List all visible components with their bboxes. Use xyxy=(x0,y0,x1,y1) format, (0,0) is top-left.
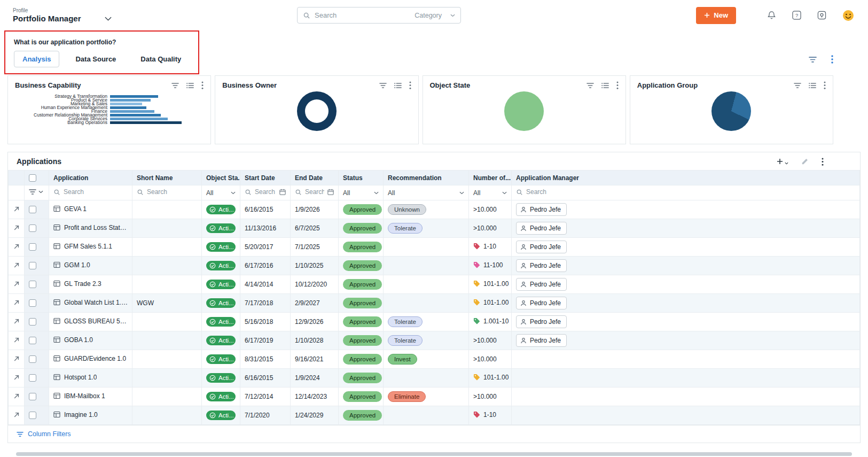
bar[interactable] xyxy=(110,99,151,102)
row-checkbox[interactable] xyxy=(29,224,36,232)
column-header-start-date[interactable]: Start Date xyxy=(240,171,291,185)
application-name[interactable]: GFM Sales 5.1.1 xyxy=(64,243,112,250)
help-icon[interactable]: ? xyxy=(792,11,801,20)
bar[interactable] xyxy=(110,106,146,109)
bar[interactable] xyxy=(110,114,161,117)
column-header-status[interactable]: Status xyxy=(339,171,384,185)
row-checkbox[interactable] xyxy=(29,318,36,326)
kebab-menu-icon[interactable] xyxy=(616,81,619,89)
application-manager-chip[interactable]: Pedro Jefe xyxy=(516,297,567,309)
scrollbar-thumb[interactable] xyxy=(16,452,852,456)
bar[interactable] xyxy=(110,118,168,120)
row-checkbox[interactable] xyxy=(29,206,36,213)
application-name[interactable]: Profit and Loss State... xyxy=(64,224,128,231)
column-header-application-manager[interactable]: Application Manager xyxy=(512,171,860,185)
application-manager-chip[interactable]: Pedro Jefe xyxy=(516,278,567,291)
select-all-checkbox[interactable] xyxy=(29,174,36,182)
open-fact-sheet-icon[interactable] xyxy=(13,318,20,324)
application-name[interactable]: Global Watch List 1.1... xyxy=(64,299,128,306)
open-fact-sheet-icon[interactable] xyxy=(13,337,20,343)
tab-data-quality[interactable]: Data Quality xyxy=(132,51,190,67)
row-checkbox[interactable] xyxy=(29,374,36,382)
filter-icon[interactable] xyxy=(809,56,817,63)
column-header-application[interactable]: Application xyxy=(49,171,132,185)
open-fact-sheet-icon[interactable] xyxy=(13,374,20,381)
column-select-filter[interactable]: All xyxy=(388,189,464,197)
list-view-icon[interactable] xyxy=(394,82,402,89)
column-search-input[interactable]: Search xyxy=(516,188,855,196)
application-manager-chip[interactable]: Pedro Jefe xyxy=(516,203,567,216)
application-manager-chip[interactable]: Pedro Jefe xyxy=(516,334,567,347)
row-checkbox[interactable] xyxy=(29,243,36,251)
open-fact-sheet-icon[interactable] xyxy=(13,224,20,231)
column-search-input[interactable]: Search xyxy=(53,188,128,196)
application-name[interactable]: GUARD/Evidence 1.0 xyxy=(64,355,126,362)
list-view-icon[interactable] xyxy=(186,82,194,89)
column-header-number-of[interactable]: Number of... xyxy=(469,171,512,185)
application-manager-chip[interactable]: Pedro Jefe xyxy=(516,241,567,253)
bar[interactable] xyxy=(110,95,158,98)
column-select-filter[interactable]: All xyxy=(473,189,507,197)
row-checkbox[interactable] xyxy=(29,393,36,400)
list-view-icon[interactable] xyxy=(601,82,609,89)
open-fact-sheet-icon[interactable] xyxy=(13,355,20,362)
kebab-menu-icon[interactable] xyxy=(201,81,204,89)
calendar-icon[interactable] xyxy=(279,189,286,195)
application-manager-chip[interactable]: Pedro Jefe xyxy=(516,222,567,235)
new-button[interactable]: New xyxy=(696,7,736,24)
row-checkbox[interactable] xyxy=(29,262,36,269)
filter-icon[interactable] xyxy=(587,82,594,89)
kebab-menu-icon[interactable] xyxy=(831,55,833,64)
row-checkbox[interactable] xyxy=(29,337,36,344)
application-name[interactable]: GOBA 1.0 xyxy=(64,336,93,344)
edit-icon[interactable] xyxy=(801,158,809,165)
bar[interactable] xyxy=(110,103,142,105)
profile-switcher[interactable]: Profile Portfolio Manager xyxy=(13,7,112,23)
application-name[interactable]: GGM 1.0 xyxy=(64,261,90,269)
bar[interactable] xyxy=(110,110,154,113)
application-name[interactable]: GL Trade 2.3 xyxy=(64,280,101,288)
horizontal-scrollbar[interactable] xyxy=(16,452,852,456)
list-view-icon[interactable] xyxy=(809,82,816,89)
tab-analysis[interactable]: Analysis xyxy=(14,51,59,67)
pie-chart[interactable] xyxy=(504,91,544,131)
column-date-filter[interactable]: Search xyxy=(245,188,286,196)
application-name[interactable]: IBM-Mailbox 1 xyxy=(64,392,105,400)
open-fact-sheet-icon[interactable] xyxy=(13,262,20,268)
column-search-input[interactable]: Search xyxy=(137,188,197,196)
open-fact-sheet-icon[interactable] xyxy=(13,206,20,212)
filter-icon[interactable] xyxy=(379,82,387,89)
user-avatar[interactable] xyxy=(842,10,854,21)
application-name[interactable]: GEVA 1 xyxy=(64,205,87,213)
apps-store-icon[interactable] xyxy=(817,11,826,20)
column-select-filter[interactable]: All xyxy=(343,189,379,197)
application-manager-chip[interactable]: Pedro Jefe xyxy=(516,259,567,272)
global-search[interactable]: Search Category xyxy=(297,7,461,24)
application-name[interactable]: Imagine 1.0 xyxy=(64,411,98,419)
open-fact-sheet-icon[interactable] xyxy=(13,299,20,306)
bar[interactable] xyxy=(110,121,182,124)
column-date-filter[interactable]: Search xyxy=(295,188,334,196)
add-application-button[interactable] xyxy=(777,158,788,165)
open-fact-sheet-icon[interactable] xyxy=(13,281,20,287)
chevron-down-icon[interactable] xyxy=(105,17,112,21)
open-fact-sheet-icon[interactable] xyxy=(13,243,20,250)
pie-chart[interactable] xyxy=(711,91,751,131)
filter-sort-button[interactable] xyxy=(29,189,43,195)
open-fact-sheet-icon[interactable] xyxy=(13,393,20,399)
row-checkbox[interactable] xyxy=(29,299,36,307)
column-filters-link[interactable]: Column Filters xyxy=(28,430,71,438)
column-header-short-name[interactable]: Short Name xyxy=(132,171,202,185)
tab-data-source[interactable]: Data Source xyxy=(67,51,124,67)
row-checkbox[interactable] xyxy=(29,281,36,288)
kebab-menu-icon[interactable] xyxy=(409,81,411,89)
category-dropdown[interactable]: Category xyxy=(415,12,455,19)
filter-icon[interactable] xyxy=(794,82,801,89)
application-name[interactable]: Hotspot 1.0 xyxy=(64,374,97,381)
filter-icon[interactable] xyxy=(171,82,179,89)
application-manager-chip[interactable]: Pedro Jefe xyxy=(516,315,567,328)
column-header-object-sta[interactable]: Object Sta... xyxy=(202,171,240,185)
calendar-icon[interactable] xyxy=(327,189,334,195)
donut-chart[interactable] xyxy=(297,91,337,131)
kebab-menu-icon[interactable] xyxy=(822,158,824,166)
